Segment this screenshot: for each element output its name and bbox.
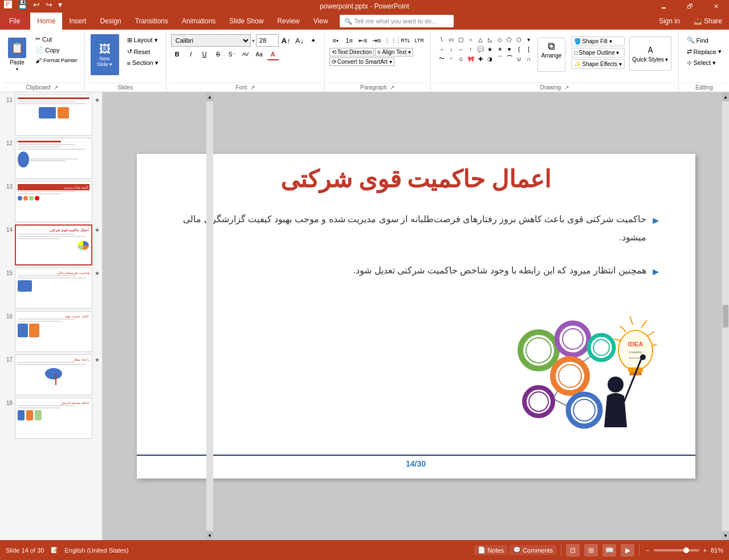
cut-btn[interactable]: ✂ Cut: [33, 34, 80, 44]
shape-brace[interactable]: {: [514, 44, 524, 54]
select-btn[interactable]: ⊹ Select ▾: [685, 58, 724, 68]
bullets-btn[interactable]: ≡•: [329, 34, 342, 47]
search-box[interactable]: 🔍 Tell me what you want to do...: [340, 15, 454, 27]
menu-slideshow[interactable]: Slide Show: [222, 13, 270, 30]
font-size-input[interactable]: [256, 34, 279, 47]
title-left-controls[interactable]: 🅿 💾 ↩ ↪ ▾: [0, 0, 64, 9]
section-btn[interactable]: ≡ Section ▾: [125, 58, 161, 68]
arrange-btn[interactable]: ⧉ Arrange: [537, 38, 566, 72]
rtl-btn[interactable]: RTL: [400, 34, 412, 47]
window-controls[interactable]: 🗕 🗗 ✕: [650, 0, 729, 13]
quick-styles-btn[interactable]: Ａ Quick Styles ▾: [629, 36, 671, 71]
zoom-out-btn[interactable]: −: [644, 547, 651, 554]
shape-wave[interactable]: 〜: [437, 54, 447, 64]
menu-file[interactable]: File: [0, 13, 29, 30]
right-scroll-down[interactable]: ▼: [722, 531, 729, 540]
bold-btn[interactable]: B: [171, 48, 184, 60]
menu-home[interactable]: Home: [30, 13, 62, 30]
slideshow-view-btn[interactable]: ▶: [621, 544, 634, 557]
columns-btn[interactable]: ⋮⋮: [384, 34, 397, 47]
redo-icon[interactable]: ↪: [44, 0, 54, 9]
undo-icon[interactable]: ↩: [31, 0, 42, 9]
shape-effects-btn[interactable]: ✨ Shape Effects ▾: [571, 59, 625, 69]
notes-btn[interactable]: 📄 Notes: [474, 545, 507, 555]
shape-line[interactable]: \: [437, 34, 447, 44]
paste-btn[interactable]: 📋 Paste ▾: [3, 32, 31, 77]
menu-review[interactable]: Review: [270, 13, 306, 30]
strikethrough-btn[interactable]: S: [212, 48, 225, 60]
shape-bracket[interactable]: [: [524, 44, 534, 54]
shape-diamond[interactable]: ◇: [495, 34, 505, 44]
zoom-slider[interactable]: [654, 549, 699, 551]
shape-custom1[interactable]: ⌒: [495, 54, 505, 64]
italic-btn[interactable]: I: [185, 48, 197, 60]
menu-view[interactable]: View: [307, 13, 335, 30]
slide-sorter-btn[interactable]: ⊞: [584, 544, 598, 557]
scroll-up[interactable]: ▲: [206, 92, 213, 101]
shape-rounded-rect[interactable]: ▢: [456, 34, 466, 44]
layout-btn[interactable]: ⊞ Layout ▾: [125, 35, 161, 45]
reset-btn[interactable]: ↺ Reset: [125, 47, 161, 56]
shape-triangle[interactable]: △: [475, 34, 486, 44]
replace-btn[interactable]: ⇄ Replace ▾: [685, 47, 724, 56]
copy-btn[interactable]: 📄 Copy: [33, 45, 80, 55]
slide-thumb-17[interactable]: 17 رابط بیطار ★: [2, 354, 100, 395]
shape-arrow-u[interactable]: ↑: [466, 44, 476, 54]
shape-ellipse[interactable]: ○: [466, 34, 476, 44]
increase-font-btn[interactable]: A↑: [280, 34, 292, 47]
shape-outline-btn[interactable]: □ Shape Outline ▾: [571, 48, 625, 58]
clear-format-btn[interactable]: ✦: [307, 34, 320, 47]
share-btn[interactable]: 📤 Share: [687, 13, 729, 30]
shape-star5[interactable]: ★: [485, 44, 495, 54]
shape-fill-btn[interactable]: 🪣 Shape Fill ▾: [571, 36, 625, 46]
numbering-btn[interactable]: 1≡: [343, 34, 356, 47]
quick-save-icon[interactable]: 💾: [16, 0, 29, 9]
slide-thumb-11[interactable]: 11 ★: [2, 95, 100, 136]
slide-thumb-16[interactable]: 16 عامل تبیبیت تهیه ★: [2, 311, 100, 352]
shape-heart[interactable]: ♥: [504, 44, 515, 54]
shadow-btn[interactable]: S⁻: [226, 48, 238, 60]
underline-btn[interactable]: U: [198, 48, 211, 60]
minimize-btn[interactable]: 🗕: [650, 0, 677, 13]
char-spacing-btn[interactable]: AV: [239, 48, 252, 60]
restore-btn[interactable]: 🗗: [677, 0, 703, 13]
slide-thumb-12[interactable]: 12 ★: [2, 138, 100, 179]
shape-arc[interactable]: ◜: [446, 54, 457, 64]
normal-view-btn[interactable]: ⊡: [566, 544, 580, 557]
shape-cross[interactable]: ✚: [475, 54, 486, 64]
slide-thumb-15[interactable]: 15 هداست هزینه‌های مالی ★: [2, 268, 100, 309]
new-slide-btn[interactable]: 🖼 NewSlide ▾: [91, 34, 119, 75]
find-btn[interactable]: 🔍 Find: [685, 35, 724, 45]
shape-hexagon[interactable]: ⬡: [514, 34, 524, 44]
slide-thumb-14[interactable]: 14 اعمال حاکمیت قوی شرکتی ★: [2, 224, 100, 265]
shape-ribbon[interactable]: 🎀: [466, 54, 476, 64]
align-text-btn[interactable]: ≡Align Text ▾: [375, 48, 413, 56]
menu-animations[interactable]: Animations: [175, 13, 222, 30]
signin-btn[interactable]: Sign in: [652, 13, 687, 30]
shape-pentagon[interactable]: ⬠: [504, 34, 515, 44]
right-scroll-up[interactable]: ▲: [722, 92, 729, 101]
font-expand-icon[interactable]: ▾: [252, 38, 255, 44]
decrease-indent-btn[interactable]: ⇤≡: [357, 34, 369, 47]
font-case-btn[interactable]: Aa: [253, 48, 266, 60]
decrease-font-btn[interactable]: A↓: [294, 34, 306, 47]
right-scroll-thumb[interactable]: [723, 305, 728, 328]
shape-custom4[interactable]: ∩: [524, 54, 534, 64]
increase-indent-btn[interactable]: ⇥≡: [370, 34, 383, 47]
comments-btn[interactable]: 💬 Comments: [510, 545, 556, 555]
customize-icon[interactable]: ▾: [56, 0, 64, 9]
format-painter-btn[interactable]: 🖌 Format Painter: [33, 56, 80, 65]
shape-more[interactable]: ▾: [524, 34, 534, 44]
ltr-btn[interactable]: LTR: [413, 34, 426, 47]
reading-view-btn[interactable]: 📖: [602, 544, 616, 557]
slide-thumb-18[interactable]: 18 خاطه توسعه اندیش ★: [2, 398, 100, 439]
text-direction-btn[interactable]: ⟲Text Direction: [329, 48, 374, 56]
menu-insert[interactable]: Insert: [62, 13, 93, 30]
font-color-btn[interactable]: A: [267, 48, 279, 60]
shape-custom3[interactable]: ∪: [514, 54, 524, 64]
shape-arrow-r[interactable]: →: [437, 44, 447, 54]
shape-chord[interactable]: ◑: [485, 54, 495, 64]
shape-arrow-d[interactable]: ↓: [446, 44, 457, 54]
scroll-down[interactable]: ▼: [206, 531, 213, 540]
convert-smartart-btn[interactable]: ⟳Convert to SmartArt ▾: [329, 58, 394, 66]
